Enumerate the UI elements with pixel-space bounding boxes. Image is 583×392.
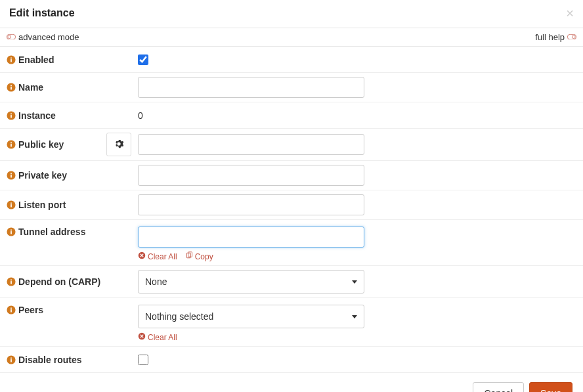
full-help-label: full help (535, 32, 565, 42)
peers-selected-value: Nothing selected (145, 311, 213, 322)
private-key-input[interactable] (138, 165, 364, 186)
peers-clear-all-link[interactable]: Clear All (138, 332, 177, 342)
chevron-down-icon (352, 315, 357, 318)
info-icon[interactable] (7, 200, 16, 209)
info-icon[interactable] (7, 277, 16, 286)
info-icon[interactable] (7, 140, 16, 149)
copy-icon (185, 251, 193, 261)
carp-select[interactable]: None (138, 270, 364, 294)
label-enabled: Enabled (18, 54, 54, 65)
label-public-key: Public key (18, 139, 64, 150)
label-private-key: Private key (18, 170, 67, 181)
save-button[interactable]: Save (529, 382, 572, 392)
name-input[interactable] (138, 77, 364, 98)
label-instance: Instance (18, 110, 56, 121)
full-help-link[interactable]: full help (535, 32, 576, 42)
toggle-icon (567, 34, 576, 41)
info-icon[interactable] (7, 355, 16, 364)
tunnel-address-input[interactable] (138, 227, 364, 248)
label-name: Name (18, 82, 43, 93)
info-icon[interactable] (7, 111, 16, 120)
disable-routes-checkbox[interactable] (138, 355, 148, 365)
toggle-icon (7, 34, 16, 41)
instance-value: 0 (138, 110, 368, 121)
cancel-button[interactable]: Cancel (473, 382, 524, 392)
label-disable-routes: Disable routes (18, 355, 81, 365)
page-title: Edit instance (9, 7, 75, 19)
clear-all-label: Clear All (148, 333, 177, 342)
label-peers: Peers (18, 305, 43, 315)
public-key-input[interactable] (138, 134, 364, 155)
generate-key-button[interactable] (106, 133, 131, 156)
info-icon[interactable] (7, 305, 16, 315)
label-listen-port: Listen port (18, 200, 66, 210)
info-icon[interactable] (7, 227, 16, 236)
tunnel-copy-link[interactable]: Copy (185, 251, 213, 261)
clear-all-label: Clear All (148, 252, 177, 261)
advanced-mode-link[interactable]: advanced mode (7, 32, 79, 42)
label-depend-carp: Depend on (CARP) (18, 276, 100, 287)
enabled-checkbox[interactable] (138, 54, 148, 65)
x-circle-icon (138, 332, 146, 342)
copy-label: Copy (195, 252, 213, 261)
chevron-down-icon (352, 280, 357, 284)
info-icon[interactable] (7, 171, 16, 180)
info-icon[interactable] (7, 55, 16, 64)
close-icon[interactable]: × (566, 7, 574, 20)
listen-port-input[interactable] (138, 194, 364, 215)
info-icon[interactable] (7, 83, 16, 92)
x-circle-icon (138, 251, 146, 261)
tunnel-clear-all-link[interactable]: Clear All (138, 251, 177, 261)
carp-selected-value: None (145, 276, 167, 287)
advanced-mode-label: advanced mode (18, 32, 79, 42)
peers-select[interactable]: Nothing selected (138, 305, 364, 328)
gear-icon (114, 139, 123, 150)
label-tunnel-address: Tunnel address (18, 227, 85, 237)
